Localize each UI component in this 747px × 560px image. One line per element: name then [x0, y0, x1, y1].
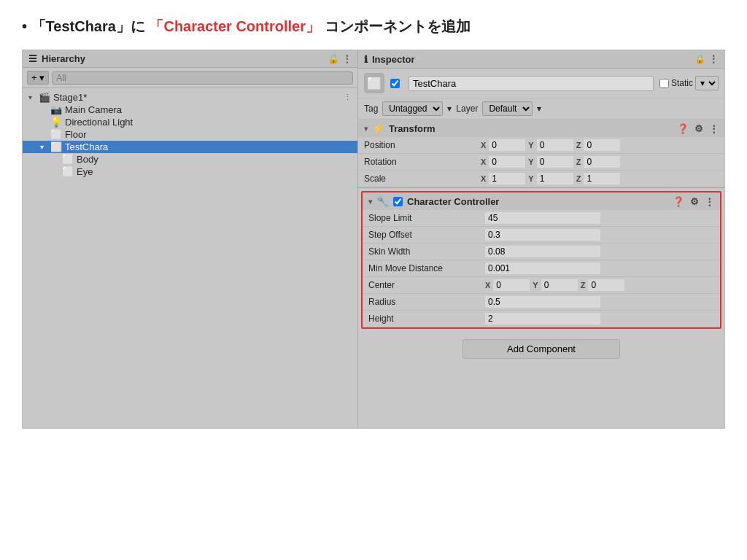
rotation-values: X Y Z	[475, 154, 724, 171]
position-label: Position	[358, 137, 475, 154]
tree-arrow-testchara: ▾	[40, 143, 50, 151]
center-y[interactable]	[541, 279, 578, 291]
center-z[interactable]	[588, 279, 624, 291]
object-header: ⬜ Static ▾	[358, 69, 724, 98]
skin-width-row: Skin Width	[363, 244, 720, 260]
position-x[interactable]	[489, 139, 525, 151]
step-offset-label: Step Offset	[363, 227, 479, 244]
tree-item-floor[interactable]: ⬜ Floor	[23, 128, 357, 141]
prefix-text: 「TestChara」に	[31, 18, 150, 34]
scale-x[interactable]	[489, 173, 525, 184]
transform-options-icon: ⋮	[709, 123, 719, 134]
transform-section: ▾ ⚡ Transform ❓ ⚙ ⋮ Position	[358, 120, 724, 188]
hierarchy-toolbar: + ▾	[23, 68, 357, 88]
position-values: X Y Z	[475, 137, 724, 154]
layer-dropdown-arrow: ▾	[537, 104, 541, 114]
inspector-info-icon: ℹ	[364, 54, 368, 65]
add-button[interactable]: + ▾	[27, 71, 49, 85]
object-name-input[interactable]	[409, 76, 654, 91]
add-component-area: Add Component	[358, 332, 724, 366]
height-input[interactable]	[485, 313, 600, 324]
floor-icon: ⬜	[50, 129, 62, 140]
transform-help-icon: ❓	[677, 123, 689, 134]
layer-label: Layer	[456, 104, 478, 114]
testchara-icon: ⬜	[50, 141, 62, 152]
tag-dropdown-arrow: ▾	[447, 104, 452, 114]
search-box	[52, 71, 353, 85]
tree-item-eye[interactable]: ⬜ Eye	[23, 166, 357, 178]
tree-label-eye: Eye	[77, 166, 93, 177]
static-dropdown[interactable]: ▾	[695, 76, 719, 90]
radius-input[interactable]	[485, 296, 600, 308]
layer-select[interactable]: Default	[482, 101, 533, 116]
tree-item-stage1[interactable]: ▾ 🎬 Stage1* ⋮	[23, 91, 357, 104]
suffix-text: コンポーネントを追加	[320, 18, 471, 34]
min-move-distance-label: Min Move Distance	[363, 260, 479, 277]
rotation-x[interactable]	[489, 156, 525, 168]
scale-row: Scale X Y Z	[358, 171, 724, 187]
slope-limit-input[interactable]	[485, 212, 600, 224]
static-label: Static	[671, 78, 693, 88]
inspector-title: Inspector	[372, 54, 415, 65]
step-offset-input[interactable]	[485, 229, 600, 241]
add-component-button[interactable]: Add Component	[462, 339, 620, 359]
inspector-header: ℹ Inspector 🔒 ⋮	[358, 50, 724, 69]
transform-header[interactable]: ▾ ⚡ Transform ❓ ⚙ ⋮	[358, 120, 724, 137]
cc-label: Character Controller	[407, 196, 499, 207]
position-y[interactable]	[537, 139, 573, 151]
hierarchy-header: ☰ Hierarchy 🔒 ⋮	[23, 50, 357, 68]
light-icon: 💡	[50, 117, 62, 128]
tag-label: Tag	[364, 104, 378, 114]
cc-help-icon: ❓	[673, 196, 684, 207]
position-row: Position X Y Z	[358, 137, 724, 154]
object-active-checkbox[interactable]	[390, 79, 400, 88]
scale-label: Scale	[358, 171, 475, 187]
tree-arrow-stage1: ▾	[28, 93, 39, 101]
inspector-lock-icon: 🔒	[694, 54, 705, 64]
skin-width-input[interactable]	[485, 246, 600, 257]
top-instruction: • 「TestChara」に 「Character Controller」 コン…	[0, 0, 747, 50]
tag-select[interactable]: Untagged	[382, 101, 443, 116]
center-row: Center X Y Z	[363, 277, 720, 294]
cc-arrow: ▾	[368, 198, 372, 206]
hierarchy-panel: ☰ Hierarchy 🔒 ⋮ + ▾ ▾ 🎬 Stage1* ⋮	[23, 50, 358, 428]
hierarchy-options-icon: ⋮	[342, 53, 352, 64]
static-checkbox[interactable]	[659, 79, 669, 88]
scale-values: X Y Z	[475, 171, 724, 187]
slope-limit-row: Slope Limit	[363, 210, 720, 227]
rotation-z[interactable]	[584, 156, 620, 168]
scale-z[interactable]	[584, 173, 620, 184]
camera-icon: 📷	[50, 104, 62, 115]
min-move-distance-input[interactable]	[485, 262, 600, 274]
tree-item-body[interactable]: ⬜ Body	[23, 153, 357, 166]
character-controller-header[interactable]: ▾ 🔧 Character Controller ❓ ⚙ ⋮	[363, 192, 720, 210]
step-offset-row: Step Offset	[363, 227, 720, 244]
static-area: Static ▾	[659, 76, 719, 90]
transform-icon: ⚡	[372, 122, 384, 134]
editor-area: ☰ Hierarchy 🔒 ⋮ + ▾ ▾ 🎬 Stage1* ⋮	[22, 50, 725, 429]
rotation-y[interactable]	[537, 156, 573, 168]
scene-icon: 🎬	[39, 92, 50, 103]
cc-enabled-checkbox[interactable]	[393, 197, 403, 206]
rotation-row: Rotation X Y Z	[358, 154, 724, 171]
search-input[interactable]	[56, 73, 349, 83]
center-x[interactable]	[493, 279, 530, 291]
skin-width-label: Skin Width	[363, 244, 479, 260]
stage1-options[interactable]: ⋮	[344, 93, 352, 102]
character-controller-section: ▾ 🔧 Character Controller ❓ ⚙ ⋮ Slope Lim…	[361, 191, 721, 329]
tree-item-dirlight[interactable]: 💡 Directional Light	[23, 116, 357, 128]
scale-y[interactable]	[537, 173, 573, 184]
inspector-options-icon: ⋮	[708, 53, 719, 65]
tree-item-testchara[interactable]: ▾ ⬜ TestChara	[23, 141, 357, 153]
tree-label-stage1: Stage1*	[53, 92, 87, 103]
eye-icon: ⬜	[62, 166, 74, 177]
tree-label-floor: Floor	[65, 129, 87, 140]
transform-arrow: ▾	[364, 125, 368, 133]
transform-settings-icon: ⚙	[694, 123, 703, 134]
rotation-label: Rotation	[358, 154, 475, 171]
tree-label-dirlight: Directional Light	[65, 117, 133, 128]
cc-settings-icon: ⚙	[690, 196, 699, 207]
tree-item-maincamera[interactable]: 📷 Main Camera	[23, 104, 357, 116]
position-z[interactable]	[584, 139, 620, 151]
tree-label-maincamera: Main Camera	[65, 104, 122, 115]
